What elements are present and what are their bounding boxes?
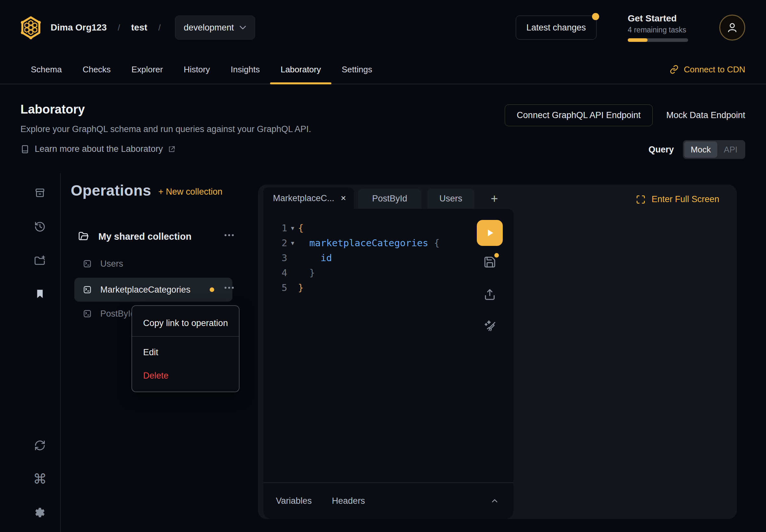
query-mode-toggle: Mock API <box>683 140 745 159</box>
laboratory-workspace-panel: Enter Full Screen MarketplaceC... × Post… <box>258 185 737 519</box>
latest-changes-button[interactable]: Latest changes <box>516 16 597 40</box>
operation-menu-button[interactable] <box>224 286 234 289</box>
operation-terminal-icon <box>83 259 92 268</box>
editor-bottom-bar: Variables Headers <box>263 482 514 519</box>
tab-settings[interactable]: Settings <box>331 55 383 84</box>
operations-header: Operations + New collection <box>71 182 246 199</box>
collection-menu-button[interactable] <box>224 234 234 237</box>
operation-label: PostById <box>100 309 135 319</box>
variables-tab[interactable]: Variables <box>276 496 312 506</box>
connect-cdn-link[interactable]: Connect to CDN <box>670 65 745 75</box>
tab-explorer[interactable]: Explorer <box>121 55 173 84</box>
code-area[interactable]: 1 ▾ { 2 ▾ marketplaceCategories { 3 id 4… <box>263 221 475 295</box>
bookmark-icon[interactable] <box>34 288 46 300</box>
endpoint-actions: Connect GraphQL API Endpoint Mock Data E… <box>505 104 745 126</box>
tab-schema[interactable]: Schema <box>20 55 72 84</box>
hive-logo-icon[interactable] <box>20 16 42 39</box>
user-avatar[interactable] <box>719 15 745 41</box>
editor-tab-marketplace[interactable]: MarketplaceC... × <box>263 187 354 209</box>
get-started-title: Get Started <box>628 13 688 24</box>
code-line: 4 } <box>263 265 475 280</box>
target-dropdown-value: development <box>184 23 234 33</box>
collection-name: My shared collection <box>98 231 191 242</box>
book-icon <box>20 145 30 154</box>
operation-item-marketplace-categories[interactable]: MarketplaceCategories <box>74 278 232 302</box>
learn-more-label: Learn more about the Laboratory <box>35 144 163 154</box>
run-query-button[interactable] <box>477 220 503 246</box>
get-started-subtitle: 4 remaining tasks <box>628 26 688 34</box>
share-operation-button[interactable] <box>483 288 496 301</box>
fold-arrow-icon[interactable]: ▾ <box>287 239 298 247</box>
operation-label: MarketplaceCategories <box>100 285 190 295</box>
unsaved-changes-dot <box>210 287 214 292</box>
new-collection-folder-icon[interactable] <box>34 255 46 266</box>
collection-header[interactable]: My shared collection <box>78 231 239 242</box>
enter-fullscreen-label: Enter Full Screen <box>651 194 719 204</box>
get-started-progressbar <box>628 38 688 42</box>
get-started-widget[interactable]: Get Started 4 remaining tasks <box>628 13 688 42</box>
latest-changes-label: Latest changes <box>527 23 586 33</box>
prettify-broom-icon[interactable] <box>483 319 497 333</box>
headers-tab[interactable]: Headers <box>332 496 365 506</box>
breadcrumb-separator: / <box>118 23 120 33</box>
new-collection-button[interactable]: + New collection <box>158 187 222 197</box>
breadcrumb-project[interactable]: test <box>131 22 147 33</box>
target-dropdown[interactable]: development <box>175 16 255 40</box>
query-label: Query <box>649 145 674 155</box>
expand-icon <box>636 195 646 204</box>
breadcrumb-org[interactable]: Dima Org123 <box>51 22 107 33</box>
refresh-icon[interactable] <box>34 440 46 451</box>
tab-history[interactable]: History <box>173 55 220 84</box>
menu-divider <box>132 336 239 337</box>
connect-endpoint-button[interactable]: Connect GraphQL API Endpoint <box>505 104 653 126</box>
history-icon[interactable] <box>34 221 46 233</box>
editor-tab-users[interactable]: Users <box>428 189 474 209</box>
breadcrumb-separator: / <box>158 23 161 33</box>
learn-more-link[interactable]: Learn more about the Laboratory <box>20 144 745 154</box>
progress-fill <box>628 38 648 42</box>
mock-endpoint-link[interactable]: Mock Data Endpoint <box>666 110 745 120</box>
close-icon[interactable]: × <box>341 194 346 203</box>
main-nav: Schema Checks Explorer History Insights … <box>0 55 766 84</box>
connect-cdn-label: Connect to CDN <box>684 65 745 75</box>
operation-context-menu: Copy link to operation Edit Delete <box>131 305 239 392</box>
query-mode-row: Query Mock API <box>649 140 745 159</box>
code-line: 1 ▾ { <box>263 221 475 236</box>
tab-insights[interactable]: Insights <box>220 55 270 84</box>
brand-breadcrumb: Dima Org123 / test / development <box>20 16 255 40</box>
chevron-up-icon[interactable] <box>490 497 499 506</box>
app-header: Dima Org123 / test / development Latest … <box>20 0 745 55</box>
link-icon <box>670 65 679 74</box>
unsaved-changes-dot <box>494 253 499 258</box>
tab-laboratory[interactable]: Laboratory <box>270 55 331 84</box>
command-shortcuts-icon[interactable]: ⌘ <box>34 473 46 485</box>
gear-icon[interactable] <box>34 507 46 518</box>
operations-title: Operations <box>71 182 151 199</box>
code-line: 2 ▾ marketplaceCategories { <box>263 236 475 250</box>
add-tab-button[interactable]: + <box>485 189 504 209</box>
play-icon <box>484 227 496 239</box>
operation-label: Users <box>100 259 123 269</box>
fold-arrow-icon[interactable]: ▾ <box>287 224 298 232</box>
operations-panel: Operations + New collection My shared co… <box>71 182 246 199</box>
editor-tab-post-by-id[interactable]: PostById <box>358 189 421 209</box>
mode-api-option[interactable]: API <box>717 141 744 158</box>
menu-item-delete[interactable]: Delete <box>143 371 168 381</box>
external-link-icon <box>168 146 175 153</box>
query-editor[interactable]: 1 ▾ { 2 ▾ marketplaceCategories { 3 id 4… <box>263 209 514 519</box>
page-head: Laboratory Explore your GraphQL schema a… <box>20 84 745 172</box>
header-right: Latest changes Get Started 4 remaining t… <box>516 13 745 42</box>
menu-item-copy-link[interactable]: Copy link to operation <box>143 318 228 328</box>
operation-item-users[interactable]: Users <box>74 252 232 276</box>
folder-open-icon <box>78 231 89 242</box>
chevron-down-icon <box>239 25 246 30</box>
docs-archive-icon[interactable] <box>34 187 46 199</box>
operation-terminal-icon <box>83 309 92 318</box>
operation-terminal-icon <box>83 285 92 294</box>
tab-checks[interactable]: Checks <box>72 55 121 84</box>
enter-fullscreen-button[interactable]: Enter Full Screen <box>636 194 719 204</box>
save-operation-button[interactable] <box>483 256 496 269</box>
menu-item-edit[interactable]: Edit <box>143 347 158 357</box>
code-line: 3 id <box>263 250 475 265</box>
mode-mock-option[interactable]: Mock <box>684 141 717 158</box>
